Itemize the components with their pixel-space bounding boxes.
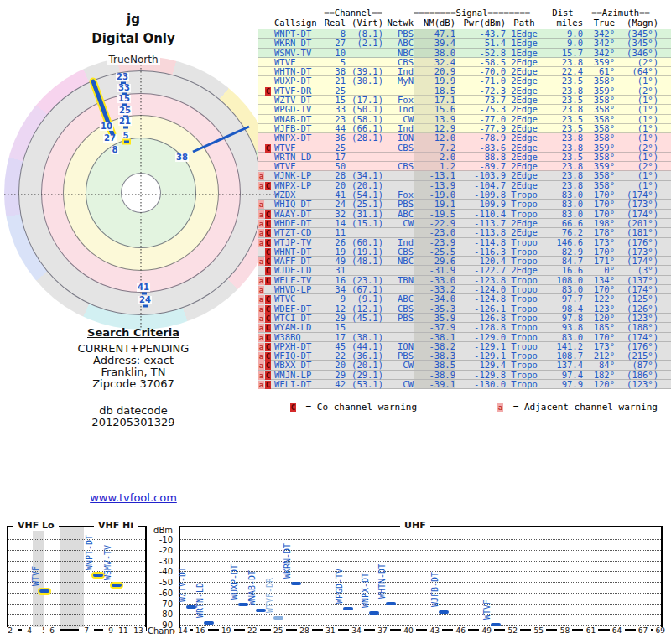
miles: 23.8	[543, 133, 583, 142]
band-title: VHF Lo	[13, 521, 59, 531]
path: 2Edge	[506, 143, 543, 152]
miles: 23.8	[543, 181, 583, 190]
dbm-tick-label: -20	[151, 546, 173, 555]
pwr-dbm: -122.7	[455, 266, 506, 274]
nm-db: 13.9	[414, 115, 455, 123]
adjacent-warning-marker: a	[258, 352, 264, 361]
beam-61deg	[193, 127, 249, 152]
miles: 66.6	[543, 219, 583, 227]
cochannel-warning-marker: C	[265, 343, 271, 351]
gridline	[180, 625, 661, 626]
path: 1Edge	[506, 49, 543, 57]
nm-db: 15.6	[414, 105, 455, 113]
azimuth-true: 178°	[583, 228, 615, 236]
group-header: Dist	[543, 8, 583, 18]
adjacent-warning-marker: a	[258, 371, 264, 380]
network: MyN	[383, 76, 414, 85]
pwr-dbm: -129.0	[455, 333, 506, 341]
signal-bar	[112, 584, 122, 587]
search-criteria-line: Zipcode 37067	[0, 378, 267, 390]
pwr-dbm: -123.8	[455, 276, 506, 284]
miles: 97.9	[543, 380, 583, 388]
signal-bar-label: WSMV-TV	[104, 544, 112, 579]
virtual-channel	[346, 143, 383, 152]
miles: 23.5	[543, 153, 583, 161]
signal-bar-label: WZTV-DT	[179, 567, 187, 602]
signal-bar	[491, 623, 501, 626]
channel-tick-label: 19	[219, 627, 234, 635]
real-channel: 27	[323, 39, 346, 47]
azimuth-true: 359°	[583, 86, 615, 95]
pwr-dbm: -124.8	[455, 294, 506, 303]
azimuth-magnetic: (1°)	[615, 76, 658, 85]
channel-tick-label: 46	[453, 627, 468, 635]
column-header: True	[583, 18, 615, 29]
callsign: WTVF	[273, 143, 323, 152]
nm-db: -31.9	[414, 266, 455, 274]
azimuth-magnetic: (186°)	[615, 371, 658, 379]
pwr-dbm: -78.9	[455, 133, 506, 142]
signal-bar-label: WTVF	[483, 600, 492, 620]
callsign: WTVF	[273, 58, 323, 66]
path: Tropo	[506, 210, 543, 218]
path: 2Edge	[506, 124, 543, 132]
search-criteria-lines: CURRENT+PENDINGAddress: exactFranklin, T…	[0, 343, 267, 390]
azimuth-magnetic: (174°)	[615, 333, 658, 341]
real-channel: 33	[323, 105, 346, 113]
channel-tick-label: 2	[3, 627, 18, 635]
real-channel: 29	[323, 314, 346, 322]
virtual-channel	[346, 49, 383, 57]
signal-bar-label: WUXP-DT	[231, 564, 239, 600]
vhf-panel	[7, 526, 147, 631]
pwr-dbm: -124.0	[455, 285, 506, 293]
station-row: WKRN-DT27(2.1)ABC39.4-51.41Edge9.0342°(3…	[258, 39, 671, 48]
real-channel: 29	[323, 371, 346, 379]
network: PBS	[383, 314, 414, 322]
azimuth-true: 170°	[583, 200, 615, 208]
real-channel: 38	[323, 67, 346, 75]
dbm-tick-label: -30	[151, 557, 173, 566]
azimuth-magnetic: (188°)	[615, 323, 658, 331]
tvfool-link[interactable]: www.tvfool.com	[0, 491, 267, 504]
azimuth-magnetic: (173°)	[615, 200, 658, 208]
path: 2Edge	[506, 162, 543, 170]
virtual-channel	[346, 86, 383, 95]
network: Ind	[383, 67, 414, 75]
pwr-dbm: -128.8	[455, 323, 506, 331]
path: Tropo	[506, 333, 543, 341]
real-channel: 20	[323, 181, 346, 190]
pwr-dbm: -114.8	[455, 238, 506, 247]
dbm-tick-label: -60	[151, 589, 173, 598]
miles: 23.8	[543, 105, 583, 113]
azimuth-true: 198°	[583, 219, 615, 227]
network: CBS	[383, 143, 414, 152]
callsign: WNPX-DT	[273, 133, 323, 142]
channel-tick-label: 4	[22, 627, 37, 635]
radar-channel-label: 15	[117, 95, 131, 103]
network: CBS	[383, 247, 414, 256]
channel-tick-label: 11	[116, 627, 131, 635]
miles: 23.5	[543, 115, 583, 123]
network: Fox	[383, 96, 414, 104]
azimuth-magnetic: (1°)	[615, 133, 658, 142]
pwr-dbm: -129.8	[455, 371, 506, 379]
nm-db: 38.0	[414, 49, 455, 57]
legend-item: C = Co-channel warning	[290, 402, 417, 413]
miles: 98.4	[543, 304, 583, 313]
nm-db: -35.9	[414, 314, 455, 322]
azimuth-magnetic: (125°)	[615, 294, 658, 303]
azimuth-true: 358°	[583, 115, 615, 123]
azimuth-magnetic: (1°)	[615, 153, 658, 161]
channel-tick-label: 40	[401, 627, 416, 635]
pwr-dbm: -73.7	[455, 96, 506, 104]
column-header: NM(dB)	[414, 18, 455, 29]
path: Tropo	[506, 247, 543, 256]
pwr-dbm: -75.3	[455, 105, 506, 113]
gridline	[8, 604, 145, 605]
callsign: WTCI-DT	[273, 314, 323, 322]
path: Tropo	[506, 323, 543, 331]
virtual-channel: (34.1)	[346, 171, 383, 179]
real-channel: 26	[323, 238, 346, 247]
miles: 146.6	[543, 238, 583, 247]
azimuth-true: 358°	[583, 133, 615, 142]
